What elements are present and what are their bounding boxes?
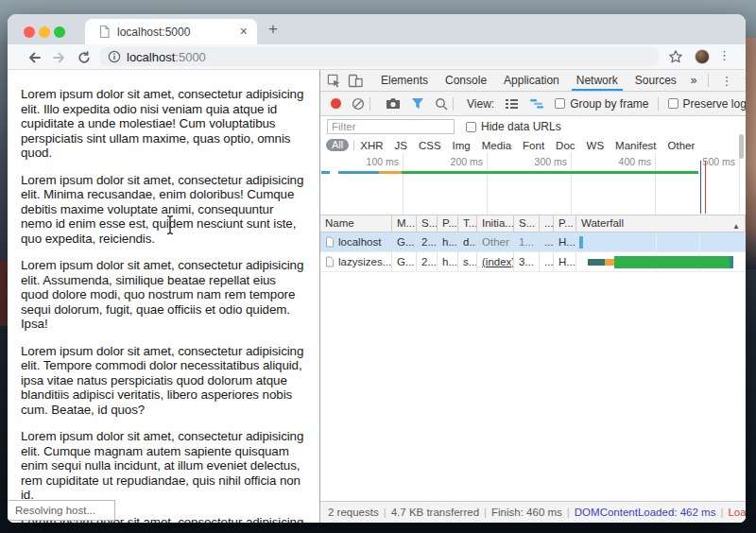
- col-size[interactable]: S...: [514, 215, 540, 232]
- col-name[interactable]: Name: [320, 215, 392, 232]
- record-button[interactable]: [331, 98, 341, 109]
- separator: |: [384, 507, 387, 518]
- address-bar[interactable]: localhost:5000: [100, 47, 659, 66]
- reload-button[interactable]: [76, 49, 93, 66]
- col-time[interactable]: ...: [540, 215, 554, 232]
- col-type[interactable]: T...: [458, 215, 477, 232]
- inspect-element-icon[interactable]: [327, 74, 341, 88]
- request-type: s...: [458, 252, 477, 271]
- request-protocol: h...: [438, 232, 458, 251]
- request-protocol: h...: [438, 252, 458, 271]
- type-filter-media[interactable]: Media: [482, 140, 511, 151]
- zoom-window-button[interactable]: [54, 26, 65, 38]
- request-type: d...: [458, 232, 477, 251]
- transferred: 4.7 KB transferred: [391, 507, 479, 518]
- col-priority[interactable]: P...: [554, 215, 576, 232]
- gridline: [487, 153, 488, 215]
- paragraph: Lorem ipsum dolor sit amet, consectetur …: [21, 87, 304, 161]
- tick-300ms: 300 ms: [510, 156, 567, 167]
- clear-icon[interactable]: [352, 97, 365, 111]
- browser-menu-icon[interactable]: ⋮: [718, 48, 730, 62]
- request-size: 3...: [514, 252, 540, 271]
- type-filter-manifest[interactable]: Manifest: [615, 140, 656, 151]
- devtools-close-icon[interactable]: ×: [741, 73, 746, 88]
- load-event-line: [705, 161, 706, 214]
- requests-count: 2 requests: [328, 507, 379, 518]
- resource-type-filters: All XHR JS CSS Img Media Font Doc WS Man…: [320, 137, 746, 153]
- type-filter-css[interactable]: CSS: [419, 140, 441, 151]
- type-filter-img[interactable]: Img: [453, 140, 471, 151]
- request-initiator: Other: [477, 232, 514, 251]
- tab-elements[interactable]: Elements: [372, 70, 437, 91]
- gridline: [571, 153, 572, 215]
- network-toolbar: View: Group by frame Preserve log Disabl…: [320, 92, 746, 116]
- request-name[interactable]: lazysizes....: [320, 252, 392, 271]
- use-large-rows-icon[interactable]: [505, 97, 519, 110]
- type-filter-xhr[interactable]: XHR: [360, 140, 383, 151]
- search-icon[interactable]: [435, 97, 448, 111]
- request-name[interactable]: localhost: [320, 232, 392, 251]
- table-header[interactable]: Name M... S... P... T... Initia... S... …: [320, 215, 746, 232]
- col-status[interactable]: S...: [417, 215, 438, 232]
- site-info-icon[interactable]: [108, 50, 121, 67]
- show-overview-icon[interactable]: [529, 97, 544, 110]
- filter-funnel-icon[interactable]: [411, 97, 424, 110]
- request-priority: H...: [554, 252, 576, 271]
- minimize-window-button[interactable]: [39, 26, 50, 38]
- preserve-log-checkbox[interactable]: [668, 98, 679, 109]
- type-filter-other[interactable]: Other: [668, 140, 696, 151]
- document-icon: [325, 234, 335, 251]
- load-time: Load: 468 ms: [728, 507, 746, 518]
- paragraph: Lorem ipsum dolor sit amet, consectetur …: [21, 173, 304, 247]
- paragraph: Lorem ipsum dolor sit amet, consectetur …: [21, 429, 304, 503]
- browser-tab[interactable]: localhost:5000 ×: [85, 19, 257, 44]
- new-tab-button[interactable]: +: [268, 20, 278, 39]
- request-initiator-link[interactable]: (index): [477, 252, 514, 271]
- devtools-menu-icon[interactable]: ⋮: [713, 74, 741, 88]
- gridline: [655, 153, 656, 215]
- device-toolbar-icon[interactable]: [348, 74, 363, 88]
- waterfall-segment-receiving: [730, 256, 733, 268]
- request-size: 1...: [514, 232, 540, 251]
- scrollbar-thumb[interactable]: [739, 134, 744, 159]
- divider: [453, 97, 454, 111]
- tab-close-icon[interactable]: ×: [240, 24, 248, 39]
- capture-screenshots-icon[interactable]: [386, 97, 401, 110]
- screen: localhost:5000 × + localhost:5000: [0, 0, 756, 533]
- type-filter-font[interactable]: Font: [523, 140, 544, 151]
- tab-network[interactable]: Network: [568, 70, 627, 91]
- tab-console[interactable]: Console: [437, 70, 495, 91]
- tab-application[interactable]: Application: [495, 70, 568, 91]
- request-row-localhost[interactable]: localhost G... 2... h... d... Other 1...…: [320, 232, 746, 252]
- devtools-tabbar: Elements Console Application Network Sou…: [320, 70, 746, 92]
- more-tabs-icon[interactable]: »: [685, 74, 703, 87]
- close-window-button[interactable]: [24, 26, 35, 38]
- filter-input[interactable]: [327, 119, 455, 134]
- type-filter-ws[interactable]: WS: [587, 140, 605, 151]
- waterfall-bar: [579, 236, 583, 249]
- divider: [369, 97, 370, 111]
- tick-200ms: 200 ms: [426, 156, 483, 167]
- group-by-frame-checkbox[interactable]: [555, 98, 565, 109]
- type-filter-js[interactable]: JS: [395, 140, 407, 151]
- hide-data-urls-checkbox[interactable]: [466, 122, 476, 132]
- bookmark-star-icon[interactable]: [668, 49, 683, 68]
- paragraph: Lorem ipsum dolor sit amet, consectetur …: [21, 258, 304, 332]
- preserve-log-label: Preserve log: [683, 97, 746, 111]
- wallpaper-detail: [0, 260, 8, 326]
- col-method[interactable]: M...: [392, 215, 417, 232]
- col-initiator[interactable]: Initia...: [477, 215, 514, 232]
- tab-sources[interactable]: Sources: [627, 70, 685, 91]
- col-waterfall[interactable]: Waterfall▲: [576, 215, 746, 232]
- forward-button[interactable]: [51, 49, 68, 66]
- type-filter-doc[interactable]: Doc: [556, 140, 575, 151]
- network-overview[interactable]: 100 ms 200 ms 300 ms 400 ms 500 ms: [320, 153, 746, 215]
- url-host: localhost: [127, 50, 175, 64]
- back-button[interactable]: [26, 49, 43, 66]
- col-protocol[interactable]: P...: [438, 215, 458, 232]
- request-priority: H...: [554, 232, 576, 251]
- tick-100ms: 100 ms: [342, 156, 399, 167]
- type-filter-all[interactable]: All: [326, 139, 349, 151]
- profile-avatar[interactable]: [695, 49, 710, 64]
- request-row-lazysizes[interactable]: lazysizes.... G... 2... h... s... (index…: [320, 252, 746, 272]
